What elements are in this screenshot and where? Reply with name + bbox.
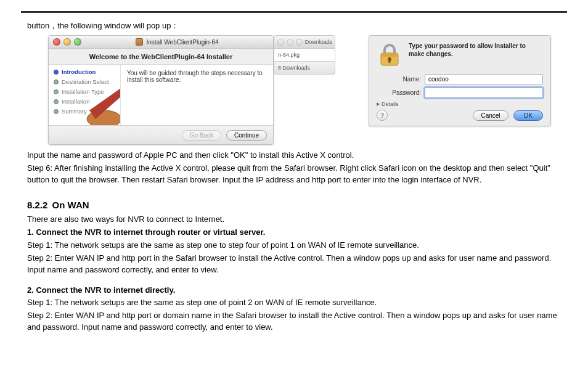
- go-back-button[interactable]: Go Back: [182, 130, 221, 141]
- password-field[interactable]: [425, 88, 543, 98]
- svg-rect-3: [381, 53, 398, 57]
- disclosure-triangle-icon: [377, 102, 380, 106]
- installer-welcome: Welcome to the WebClientPlugin-64 Instal…: [49, 49, 273, 64]
- ok-button[interactable]: OK: [513, 110, 543, 121]
- download-item[interactable]: n-64.pkg: [274, 49, 335, 62]
- close-icon[interactable]: [277, 39, 284, 46]
- installer-main-text: You will be guided through the steps nec…: [121, 65, 273, 125]
- password-label: Password:: [377, 89, 425, 96]
- step-introduction: Introduction: [54, 68, 120, 75]
- svg-rect-5: [389, 59, 391, 63]
- installer-sidebar: Introduction Destination Select Installa…: [49, 65, 121, 125]
- installer-window: Install WebClientPlugin-64 Welcome to th…: [48, 35, 274, 145]
- package-icon: [136, 38, 143, 46]
- method-heading: 1. Connect the NVR to internet through r…: [27, 227, 566, 239]
- zoom-icon[interactable]: [74, 38, 81, 46]
- downloads-title: Downloads: [303, 39, 335, 45]
- paragraph: Step 6: After finishing installing the A…: [27, 163, 566, 186]
- auth-prompt: Type your password to allow Installer to…: [409, 42, 543, 68]
- zoom-icon[interactable]: [296, 39, 303, 46]
- close-icon[interactable]: [53, 38, 60, 46]
- auth-dialog: Type your password to allow Installer to…: [369, 35, 551, 126]
- section-heading: 8.2.2 On WAN: [27, 198, 566, 212]
- continue-button[interactable]: Continue: [226, 130, 267, 141]
- downloads-window: Downloads n-64.pkg 8 Downloads: [274, 35, 335, 75]
- minimize-icon[interactable]: [63, 38, 71, 46]
- horizontal-rule: [21, 11, 567, 13]
- installer-title: Install WebClientPlugin-64: [146, 39, 218, 46]
- lead-text: button，the following window will pop up：: [27, 20, 567, 31]
- cancel-button[interactable]: Cancel: [473, 110, 508, 121]
- paragraph: Step 2: Enter WAN IP and http port or do…: [27, 310, 566, 333]
- paragraph: There are also two ways for NVR to conne…: [27, 214, 566, 226]
- downloads-count: 8 Downloads: [274, 62, 335, 75]
- paragraph: Input the name and password of Apple PC …: [27, 150, 566, 161]
- help-button[interactable]: ?: [377, 110, 388, 121]
- lock-icon: [377, 42, 402, 68]
- paragraph: Step 1: The network setups are the same …: [27, 297, 566, 309]
- paragraph: Step 1: The network setups are the same …: [27, 240, 566, 251]
- minimize-icon[interactable]: [287, 39, 293, 46]
- installer-titlebar: Install WebClientPlugin-64: [49, 36, 273, 49]
- method-heading: 2. Connect the NVR to internet directly.: [27, 285, 566, 296]
- paragraph: Step 2: Enter WAN IP and http port in th…: [27, 253, 566, 276]
- name-label: Name:: [377, 76, 425, 83]
- details-toggle[interactable]: Details: [377, 101, 543, 107]
- pen-illustration-icon: [86, 81, 121, 125]
- name-field[interactable]: [425, 74, 543, 84]
